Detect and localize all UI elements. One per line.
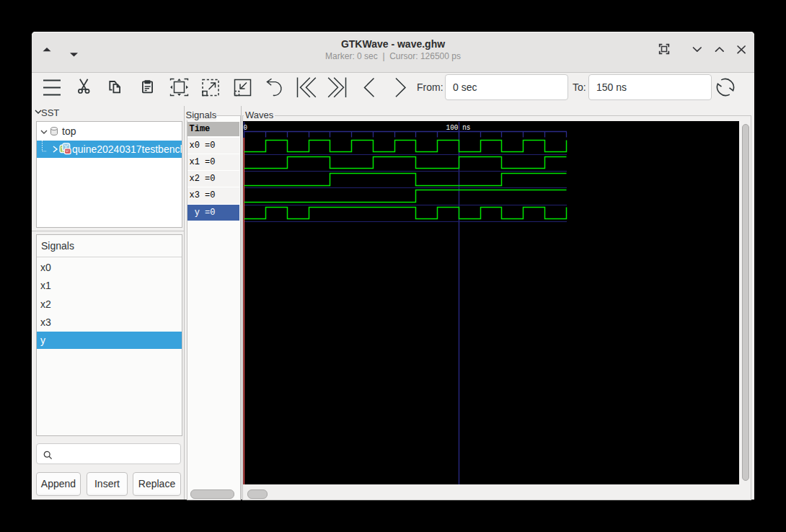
svg-text:0: 0	[244, 123, 248, 132]
svg-text:100 ns: 100 ns	[446, 123, 471, 132]
